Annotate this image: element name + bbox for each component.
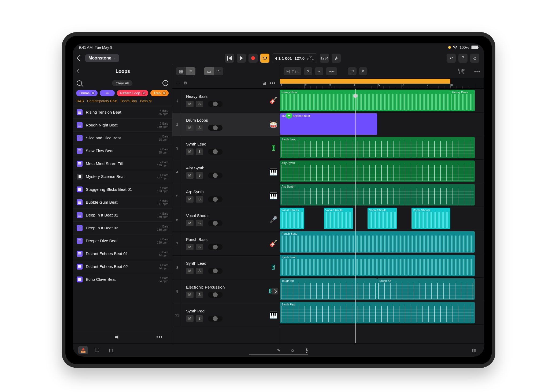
arrangement-area[interactable]: ✂︎| Trim ⟳ ✂ ⇥⇤ ⬚ ⧉ Snap 1/8 ••• 1234567…	[280, 65, 484, 343]
pan-knob[interactable]	[208, 292, 222, 298]
mute-button[interactable]: M	[186, 196, 194, 203]
smart-controls-button[interactable]: ☼	[288, 346, 297, 354]
remove-chip-icon[interactable]: ✕	[91, 91, 95, 95]
region[interactable]: Punch Bass	[280, 231, 475, 253]
snap-value[interactable]: 1/8	[458, 71, 465, 74]
region[interactable]: Heavy Bass	[450, 90, 475, 111]
settings-button[interactable]: ⊙	[470, 54, 479, 63]
instrument-icon[interactable]: 🎹	[267, 160, 280, 184]
pattern-loop-icon[interactable]	[77, 186, 83, 192]
metronome-button[interactable]	[332, 54, 341, 63]
track-lane[interactable]: Tough KitTough Kit	[280, 277, 484, 301]
trim-tool-button[interactable]: ✂︎| Trim	[284, 67, 301, 75]
loop-item[interactable]: Distant Echoes Beat 018 Bars74 bpm	[73, 247, 172, 260]
track-header[interactable]: 7Punch BassMS🎸	[172, 232, 280, 256]
loop-tool-button[interactable]: ⟳	[304, 67, 312, 75]
tag[interactable]: Boom Bap	[120, 99, 137, 103]
info-button[interactable]: ⓘ	[92, 346, 102, 354]
solo-button[interactable]: S	[196, 244, 203, 250]
mute-button[interactable]: M	[186, 125, 194, 131]
tag-row[interactable]: R&BContemporary R&BBoom BapBass M	[73, 98, 172, 106]
loop-item[interactable]: Rising Tension Beat4 Bars85 bpm	[73, 106, 172, 118]
clear-all-button[interactable]: Clear All	[112, 80, 132, 86]
undo-button[interactable]: ↶	[447, 54, 456, 63]
track-more-icon[interactable]: •••	[270, 81, 276, 85]
pan-knob[interactable]	[208, 173, 222, 178]
instrument-icon[interactable]: 🎛	[267, 136, 280, 160]
pan-knob[interactable]	[208, 149, 222, 155]
loops-back-icon[interactable]	[77, 69, 81, 74]
track-header[interactable]: 2Drum LoopsMS🥁	[172, 113, 280, 136]
project-selector[interactable]: Moonstone ⌄	[85, 54, 119, 62]
loop-item[interactable]: Slow Flow Beat4 Bars95 bpm	[73, 144, 172, 157]
track-options-icon[interactable]: ⊞	[262, 81, 266, 86]
cycle-button[interactable]	[260, 54, 269, 63]
track-lane[interactable]: Synth Pad	[280, 301, 484, 325]
pattern-loop-icon[interactable]	[77, 161, 83, 167]
pattern-loop-icon[interactable]	[77, 212, 83, 218]
track-header[interactable]: 3Synth LeadMS🎛	[172, 136, 280, 160]
keyboard-button[interactable]: ▥	[469, 346, 479, 354]
tag[interactable]: Bass M	[140, 99, 151, 103]
pattern-loop-icon[interactable]	[77, 122, 83, 128]
instrument-icon[interactable]: 🎹	[267, 303, 280, 327]
region[interactable]: Synth Pad	[280, 302, 475, 323]
track-header[interactable]: 5Arp SynthMS🎹	[172, 184, 280, 208]
filter-chip[interactable]: Drums✕	[76, 90, 98, 96]
solo-button[interactable]: S	[196, 268, 203, 274]
mute-button[interactable]: M	[186, 244, 194, 250]
pattern-loop-icon[interactable]	[77, 251, 83, 257]
pattern-loop-icon[interactable]	[77, 225, 83, 231]
loop-item[interactable]: Deep In It Beat 024 Bars130 bpm	[73, 221, 172, 234]
filter-chip[interactable]: Pattern Loop✕	[117, 90, 148, 96]
select-tool-button[interactable]: ⬚	[348, 67, 357, 75]
home-indicator[interactable]	[249, 354, 308, 355]
pattern-loop-icon[interactable]	[77, 109, 83, 115]
tag[interactable]: Contemporary R&B	[87, 99, 117, 103]
view-automation-button[interactable]: 〰	[214, 67, 223, 75]
region[interactable]: Tough Kit	[280, 278, 377, 300]
loop-item[interactable]: Meta Mind Snare Fill2 Bars139 bpm	[73, 157, 172, 170]
bar-ruler[interactable]: 12345678	[280, 78, 484, 89]
pencil-tool-button[interactable]: ✎	[274, 346, 283, 354]
region[interactable]: Vocal Shouts	[280, 208, 304, 229]
loop-item[interactable]: Echo Clave Beat4 Bars84 bpm	[73, 273, 172, 286]
pattern-loop-icon[interactable]	[77, 135, 83, 141]
search-icon[interactable]	[77, 80, 82, 86]
track-lane[interactable]: Heavy BassHeavy Bass	[280, 89, 484, 113]
loop-item[interactable]: Bubble Gum Beat4 Bars117 bpm	[73, 196, 172, 208]
mute-button[interactable]: M	[186, 172, 194, 179]
count-in-button[interactable]: 1234	[320, 54, 329, 63]
instrument-icon[interactable]: 🎤	[267, 208, 280, 232]
pattern-loop-icon[interactable]	[77, 277, 83, 282]
instrument-icon[interactable]: 🎹	[267, 184, 280, 208]
mute-button[interactable]: M	[186, 315, 194, 322]
pattern-loop-icon[interactable]	[77, 264, 83, 270]
loop-item[interactable]: Deep In It Beat 014 Bars130 bpm	[73, 208, 172, 221]
pattern-loop-icon[interactable]	[77, 199, 83, 205]
loop-item[interactable]: Deeper Dive Beat4 Bars130 bpm	[73, 234, 172, 247]
solo-button[interactable]: S	[196, 101, 203, 107]
track-list[interactable]: 1Heavy BassMS🎸2Drum LoopsMS🥁3Synth LeadM…	[172, 89, 280, 343]
loop-item[interactable]: Slice and Dice Beat4 Bars98 bpm	[73, 131, 172, 144]
add-track-button[interactable]: +	[176, 79, 180, 87]
track-header[interactable]: 1Heavy BassMS🎸	[172, 89, 280, 113]
lcd-display[interactable]: 4 1 1 001 127.0 4/4C maj	[272, 53, 317, 63]
preview-volume-icon[interactable]	[115, 335, 120, 339]
track-lane[interactable]: Airy Synth	[280, 159, 484, 183]
pattern-loop-icon[interactable]	[77, 148, 83, 154]
mute-button[interactable]: M	[186, 220, 194, 226]
drag-loop-badge[interactable]	[280, 121, 280, 130]
region[interactable]: Tough Kit	[377, 278, 474, 300]
region[interactable]: Vocal Shouts	[411, 208, 450, 229]
instrument-icon[interactable]: 🥁	[267, 113, 280, 136]
loop-item[interactable]: Staggering Sticks Beat 014 Bars123 bpm	[73, 183, 172, 196]
region[interactable]: Vocal Shouts	[368, 208, 397, 229]
help-button[interactable]: ?	[458, 54, 468, 63]
mute-button[interactable]: M	[186, 148, 194, 155]
view-grid-button[interactable]: ▦	[176, 67, 186, 75]
track-header[interactable]: 9Electronic PercussionMS⌨	[172, 279, 280, 303]
record-button[interactable]	[248, 54, 258, 63]
pan-knob[interactable]	[208, 220, 222, 226]
track-header[interactable]: 8Synth LeadMS🎚	[172, 256, 280, 279]
